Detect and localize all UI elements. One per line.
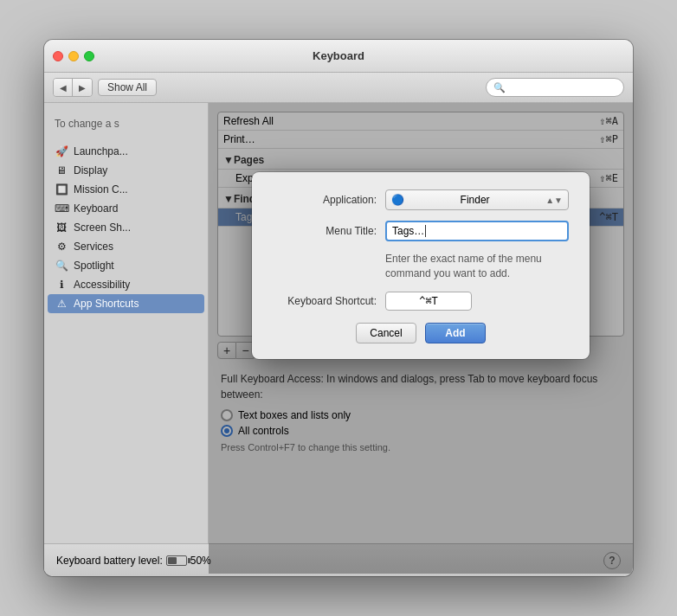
modal-shortcut-row: Keyboard Shortcut: ^⌘T [273,292,569,311]
sidebar-item-label: Launchpa... [74,145,128,157]
keyboard-shortcut-value: ^⌘T [419,295,438,307]
sidebar-item-label: App Shortcuts [74,298,139,310]
application-select[interactable]: 🔵 Finder ▲▼ [385,189,569,210]
sidebar-item-label: Display [74,164,107,176]
toolbar: ◀ ▶ Show All 🔍 [44,73,633,103]
sidebar: To change a s 🚀 Launchpa... 🖥 Display 🔲 … [44,103,209,574]
battery-body [166,555,187,566]
battery-label: Keyboard battery level: [56,555,163,567]
add-shortcut-modal: Application: 🔵 Finder ▲▼ Menu Title: Tag… [252,172,590,359]
sidebar-item-label: Screen Sh... [74,221,131,234]
menu-title-input[interactable]: Tags… [385,221,569,241]
application-label: Application: [273,194,385,206]
accessibility-icon: ℹ [55,278,68,292]
mission-control-icon: 🔲 [55,183,68,196]
spotlight-icon: 🔍 [55,259,68,273]
display-icon: 🖥 [55,164,68,177]
sidebar-item-label: Services [74,241,113,253]
menu-title-value: Tags… [392,225,424,237]
sidebar-item-label: Keyboard [74,202,118,215]
sidebar-item-app-shortcuts[interactable]: ⚠ App Shortcuts [48,294,204,313]
sidebar-item-keyboard[interactable]: ⌨ Keyboard [44,199,208,218]
modal-menu-title-row: Menu Title: Tags… [273,221,569,241]
cancel-button[interactable]: Cancel [356,323,416,343]
modal-buttons: Cancel Add [273,323,569,343]
modal-overlay: Application: 🔵 Finder ▲▼ Menu Title: Tag… [209,103,633,574]
application-select-icon: 🔵 [391,194,404,206]
window-title: Keyboard [313,49,364,62]
content-area: To change a s 🚀 Launchpa... 🖥 Display 🔲 … [44,103,633,574]
show-all-button[interactable]: Show All [98,79,157,96]
search-box[interactable]: 🔍 [486,78,624,97]
sidebar-item-label: Spotlight [74,260,114,272]
add-button[interactable]: Add [425,323,486,343]
sidebar-item-screen-saver[interactable]: 🖼 Screen Sh... [44,218,208,237]
traffic-lights [53,51,94,61]
menu-title-label: Menu Title: [273,225,385,237]
app-shortcuts-icon: ⚠ [55,297,68,311]
sidebar-item-spotlight[interactable]: 🔍 Spotlight [44,256,208,275]
keyboard-icon: ⌨ [55,202,68,215]
sidebar-item-display[interactable]: 🖥 Display [44,161,208,180]
sidebar-item-services[interactable]: ⚙ Services [44,237,208,256]
main-content: Refresh All ⇧⌘A Print… ⇧⌘P ▼Pages Export… [209,103,633,574]
sidebar-item-launchpad[interactable]: 🚀 Launchpa... [44,142,208,161]
minimize-button[interactable] [68,51,79,61]
sidebar-item-label: Mission C... [74,183,128,196]
sidebar-item-label: Accessibility [74,279,130,291]
nav-buttons: ◀ ▶ [53,78,93,97]
text-cursor [425,225,426,237]
modal-application-row: Application: 🔵 Finder ▲▼ [273,189,569,210]
forward-button[interactable]: ▶ [73,79,92,96]
chevron-down-icon: ▲▼ [545,196,563,205]
modal-hint: Enter the exact name of the menu command… [385,252,569,281]
sidebar-item-accessibility[interactable]: ℹ Accessibility [44,275,208,294]
keyboard-shortcut-label: Keyboard Shortcut: [273,295,385,307]
keyboard-shortcut-input[interactable]: ^⌘T [385,292,472,311]
battery-fill [168,557,177,564]
launchpad-icon: 🚀 [55,144,68,158]
titlebar: Keyboard [44,40,633,73]
sidebar-item-mission-control[interactable]: 🔲 Mission C... [44,180,208,199]
battery-icon [166,555,187,566]
search-icon: 🔍 [493,82,506,93]
back-button[interactable]: ◀ [54,79,73,96]
screen-saver-icon: 🖼 [55,221,68,234]
close-button[interactable] [53,51,63,61]
services-icon: ⚙ [55,240,68,253]
sidebar-intro: To change a s [44,110,208,138]
application-value: Finder [461,194,490,206]
maximize-button[interactable] [84,51,94,61]
keyboard-window: Keyboard ◀ ▶ Show All 🔍 To change a s 🚀 … [44,40,633,576]
